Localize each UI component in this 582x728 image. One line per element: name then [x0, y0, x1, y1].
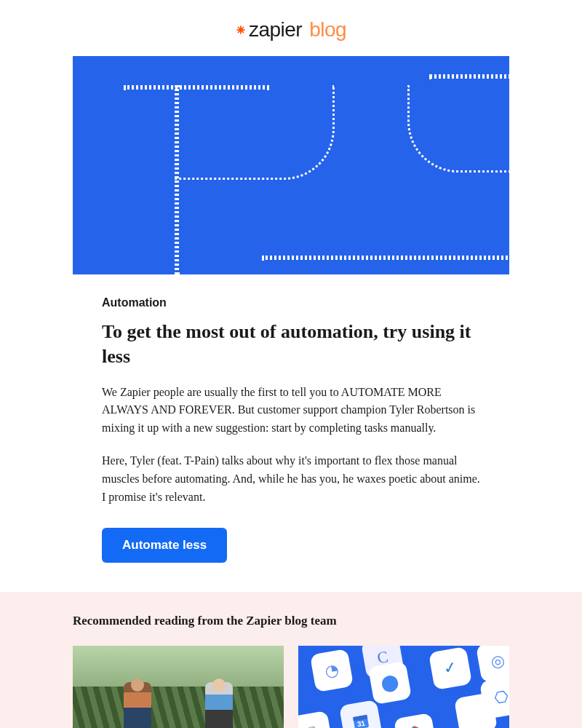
- decorative-path: [429, 74, 509, 79]
- decorative-path: [262, 256, 509, 260]
- article-paragraph: We Zapier people are usually the first t…: [102, 384, 480, 438]
- logo-text-blog: blog: [309, 18, 346, 41]
- decorative-path: [407, 85, 509, 173]
- article-paragraph: Here, Tyler (feat. T-Pain) talks about w…: [102, 452, 480, 506]
- header: zapier blog: [0, 0, 582, 56]
- hero-image[interactable]: [73, 56, 509, 274]
- article-title: To get the most out of automation, try u…: [102, 320, 480, 369]
- recommended-card[interactable]: [73, 646, 284, 728]
- article: Automation To get the most out of automa…: [102, 274, 480, 592]
- zapier-logo-icon: [236, 25, 246, 35]
- card-image-handshake: [73, 646, 284, 728]
- recommended-card[interactable]: ◔ C ⬤ ✓ ◎ C 31 ⎔: [298, 646, 509, 728]
- recommended-section: Recommended reading from the Zapier blog…: [0, 592, 582, 728]
- card-image-app-icons: ◔ C ⬤ ✓ ◎ C 31 ⎔: [298, 646, 509, 728]
- article-category: Automation: [102, 296, 480, 309]
- decorative-path: [175, 85, 335, 180]
- recommended-heading: Recommended reading from the Zapier blog…: [73, 614, 509, 628]
- logo-text-zapier: zapier: [249, 18, 302, 41]
- recommended-cards: ◔ C ⬤ ✓ ◎ C 31 ⎔: [73, 646, 509, 728]
- automate-less-button[interactable]: Automate less: [102, 528, 227, 563]
- logo-link[interactable]: zapier blog: [236, 18, 346, 41]
